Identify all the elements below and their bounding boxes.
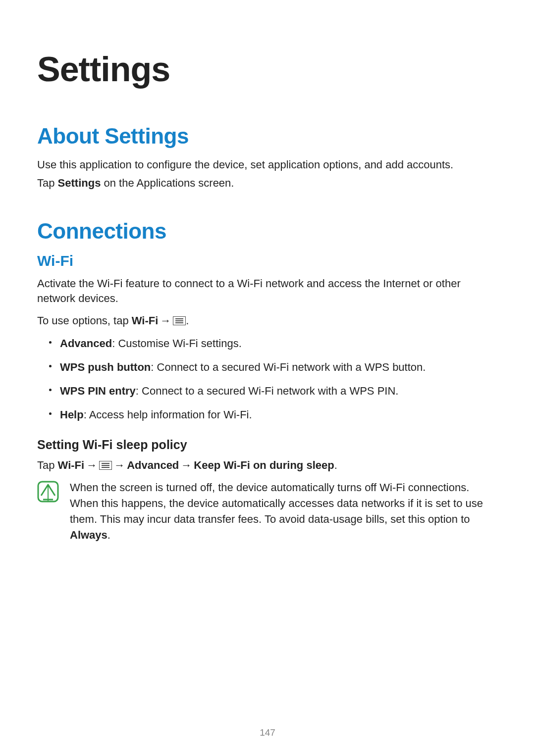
note-icon — [37, 481, 59, 503]
option-name: WPS push button — [60, 361, 151, 373]
sleep-path-wifi: Wi-Fi — [58, 459, 85, 471]
about-tap-prefix: Tap — [37, 177, 58, 189]
wifi-options-period: . — [186, 314, 189, 327]
sleep-heading: Setting Wi-Fi sleep policy — [37, 438, 498, 452]
note-text: When the screen is turned off, the devic… — [70, 480, 498, 543]
menu-icon — [99, 459, 112, 468]
about-intro: Use this application to configure the de… — [37, 157, 498, 173]
wifi-options-line: To use options, tap Wi-Fi → . — [37, 313, 498, 329]
sleep-path-line: Tap Wi-Fi → → Advanced → Keep Wi-Fi on d… — [37, 458, 498, 473]
list-item: Advanced: Customise Wi-Fi settings. — [60, 336, 498, 352]
option-desc: : Connect to a secured Wi-Fi network wit… — [136, 385, 399, 397]
manual-page: Settings About Settings Use this applica… — [0, 0, 535, 756]
arrow-icon: → — [179, 458, 194, 473]
option-name: Help — [60, 408, 84, 421]
about-tap-bold: Settings — [58, 177, 101, 189]
page-number: 147 — [0, 727, 535, 738]
arrow-icon: → — [112, 458, 127, 473]
option-desc: : Connect to a secured Wi-Fi network wit… — [151, 361, 426, 373]
wifi-options-list: Advanced: Customise Wi-Fi settings. WPS … — [37, 336, 498, 423]
list-item: WPS PIN entry: Connect to a secured Wi-F… — [60, 383, 498, 399]
sleep-path-advanced: Advanced — [127, 459, 179, 471]
wifi-options-bold: Wi-Fi — [132, 314, 159, 327]
sleep-path-period: . — [334, 459, 337, 471]
option-desc: : Customise Wi-Fi settings. — [112, 337, 242, 350]
option-desc: : Access help information for Wi-Fi. — [84, 408, 252, 421]
note-body: When the screen is turned off, the devic… — [70, 481, 483, 525]
wifi-options-prefix: To use options, tap — [37, 314, 132, 327]
list-item: WPS push button: Connect to a secured Wi… — [60, 359, 498, 375]
connections-heading: Connections — [37, 219, 498, 244]
about-tap-line: Tap Settings on the Applications screen. — [37, 176, 498, 191]
note-period: . — [107, 529, 110, 541]
sleep-path-keep: Keep Wi-Fi on during sleep — [194, 459, 334, 471]
wifi-intro: Activate the Wi-Fi feature to connect to… — [37, 276, 498, 307]
list-item: Help: Access help information for Wi-Fi. — [60, 407, 498, 423]
option-name: WPS PIN entry — [60, 385, 136, 397]
menu-icon — [173, 314, 186, 323]
sleep-path-prefix: Tap — [37, 459, 58, 471]
note-block: When the screen is turned off, the devic… — [37, 480, 498, 543]
option-name: Advanced — [60, 337, 112, 350]
arrow-icon: → — [84, 458, 99, 473]
note-always: Always — [70, 529, 107, 541]
arrow-icon: → — [158, 313, 173, 329]
page-title: Settings — [37, 50, 498, 89]
wifi-heading: Wi-Fi — [37, 252, 498, 269]
about-heading: About Settings — [37, 124, 498, 149]
about-tap-suffix: on the Applications screen. — [101, 177, 234, 189]
